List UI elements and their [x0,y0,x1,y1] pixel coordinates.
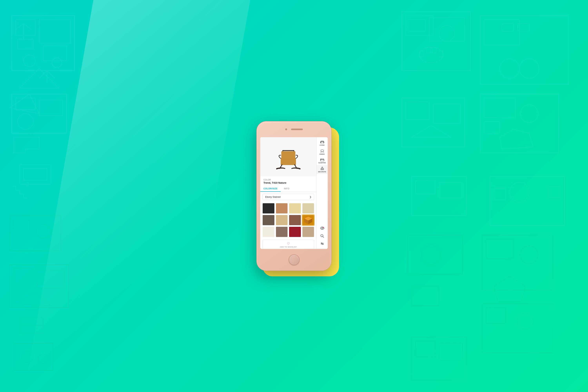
svg-rect-63 [482,235,553,290]
wishlist-button[interactable]: ♡ ADD TO WISHLIST [263,240,314,249]
svg-rect-24 [426,47,430,53]
svg-rect-44 [490,176,564,226]
phone-frame: Color Trend, T410 Nature COLOR/SIZE INFO… [257,122,331,270]
svg-rect-25 [432,47,436,53]
sidebar-decorate-label: DECORATE [318,171,326,172]
heart-icon: ♡ [287,242,290,246]
swatch-5[interactable] [263,215,274,225]
svg-point-107 [322,228,323,229]
home-button[interactable] [289,254,300,265]
color-value: Trend, T410 Nature [264,181,313,184]
swatch-3[interactable] [289,203,301,214]
svg-marker-83 [308,218,312,224]
sidebar-item-sleeping[interactable]: SLEEPING [316,156,328,165]
svg-point-6 [52,58,62,68]
tab-info[interactable]: INFO [281,186,292,192]
svg-point-91 [321,150,324,152]
color-dropdown[interactable]: Ebony Stained ❯ [263,194,314,200]
svg-point-21 [420,47,443,63]
phone-top-bar [257,122,331,137]
svg-rect-67 [482,304,553,353]
phone-speaker [291,128,303,130]
svg-rect-14 [24,168,47,180]
svg-marker-81 [304,216,312,224]
swatch-3d-box [302,215,314,225]
svg-point-28 [500,59,520,78]
swatch-1[interactable] [263,203,274,214]
chair-image [273,142,304,172]
swatch-7[interactable] [289,215,301,225]
svg-point-20 [439,26,455,41]
color-label: Color [264,179,313,181]
svg-point-12 [18,114,33,129]
svg-rect-39 [484,122,500,133]
svg-rect-68 [486,308,506,324]
sidebar-bottom-icons [319,224,326,249]
decorate-icon [320,166,324,171]
svg-rect-11 [39,100,63,116]
sidebar-item-living[interactable]: LIVING [316,139,328,148]
svg-rect-100 [322,159,324,160]
svg-rect-33 [406,102,429,120]
front-camera [285,128,287,130]
swatch-9[interactable] [263,227,274,237]
svg-rect-18 [408,20,425,31]
svg-rect-3 [18,39,33,49]
swatch-6[interactable] [276,215,288,225]
svg-rect-78 [282,151,295,159]
svg-marker-35 [412,126,451,137]
sidebar-item-dining[interactable]: DINING [316,148,328,156]
dropdown-value: Ebony Stained [265,196,280,198]
svg-rect-60 [408,235,462,274]
screen-main: Color Trend, T410 Nature COLOR/SIZE INFO… [260,137,316,249]
swatch-12[interactable] [302,227,314,237]
svg-rect-30 [502,24,514,31]
color-swatches-grid [260,202,316,238]
svg-rect-52 [14,268,33,284]
svg-rect-34 [433,104,460,124]
sidebar-sleeping-label: SLEEPING [318,162,326,164]
svg-rect-43 [439,182,462,198]
svg-point-108 [323,227,324,228]
product-image-area [260,137,316,176]
filter-icon-button[interactable] [319,240,326,247]
svg-rect-71 [416,341,435,357]
screen-sidebar: LIVING DINING [316,137,328,249]
svg-point-114 [322,244,323,244]
svg-point-65 [520,246,538,264]
svg-rect-36 [480,94,558,153]
view-icon-button[interactable] [319,224,326,232]
swatch-11[interactable] [289,227,301,237]
svg-line-92 [320,152,321,152]
chevron-down-icon: ❯ [310,196,312,198]
svg-rect-64 [486,239,514,259]
swatch-2[interactable] [276,203,288,214]
swatch-10[interactable] [276,227,288,237]
svg-marker-82 [304,216,312,220]
phone-container: Color Trend, T410 Nature COLOR/SIZE INFO… [257,122,331,270]
svg-line-110 [322,236,324,238]
phone-bottom [257,249,331,270]
svg-rect-72 [439,343,462,361]
sidebar-item-decorate[interactable]: DECORATE [316,165,328,174]
svg-point-113 [321,243,322,244]
svg-marker-8 [10,94,39,114]
dining-icon [320,149,324,153]
bed-icon [320,158,324,162]
tab-color-size[interactable]: COLOR/SIZE [260,186,281,192]
svg-marker-84 [304,218,308,224]
svg-line-93 [324,152,324,152]
svg-point-5 [24,55,35,67]
svg-marker-66 [494,276,525,302]
swatch-8-selected[interactable] [302,215,314,225]
svg-rect-37 [484,98,516,118]
swatch-4[interactable] [302,203,314,214]
svg-point-61 [422,245,441,264]
svg-point-109 [321,234,323,237]
wishlist-label: ADD TO WISHLIST [280,246,297,248]
svg-rect-2 [39,20,70,43]
svg-rect-13 [20,165,51,184]
svg-rect-49 [14,220,30,231]
svg-rect-19 [429,18,464,41]
search-icon-button[interactable] [319,232,326,240]
